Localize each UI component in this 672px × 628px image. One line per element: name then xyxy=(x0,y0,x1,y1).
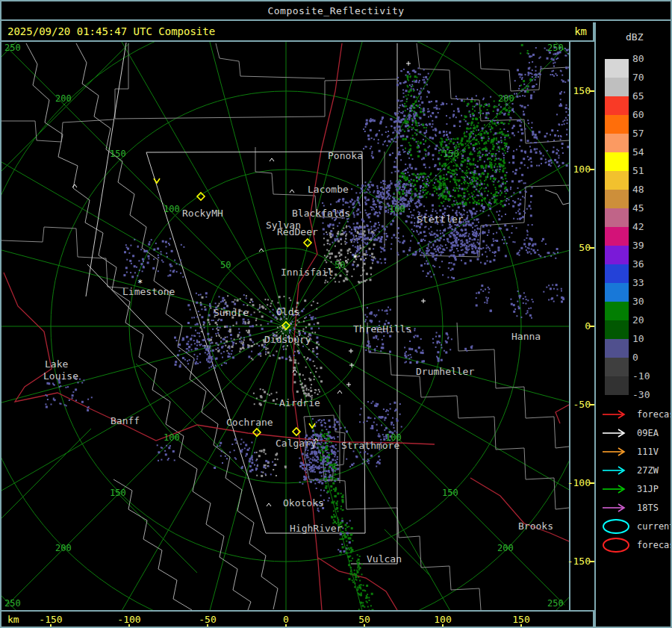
legend-ellipse-row: current xyxy=(600,518,672,535)
precip-cluster xyxy=(348,554,363,588)
ring-distance-label: 250 xyxy=(4,598,21,609)
caret-marker-icon xyxy=(72,184,77,187)
legend-label: 18TS xyxy=(637,503,659,513)
dbz-scale-label: 42 xyxy=(632,222,644,232)
dbz-scale-label: 51 xyxy=(632,166,644,176)
highway-road xyxy=(556,405,569,423)
precip-cluster xyxy=(214,438,253,469)
legend-label: 09EA xyxy=(637,428,659,438)
09EA-arrow-icon xyxy=(600,427,630,439)
radar-map-canvas: 2502001501005050100150200250100150200250… xyxy=(1,42,569,610)
city-label-airdrie: Airdrie xyxy=(279,397,320,408)
range-spoke xyxy=(286,326,569,523)
dbz-scale-label: 57 xyxy=(632,128,644,139)
dbz-scale-block-60 xyxy=(605,115,629,134)
dbz-scale-block-65 xyxy=(605,96,629,115)
legend-label: 31JP xyxy=(637,484,659,494)
ring-distance-label: 100 xyxy=(389,204,405,214)
dbz-scale-block-57 xyxy=(605,134,629,152)
dbz-scale-label: 54 xyxy=(632,147,644,158)
bottom-distance-axis: km -150-100-50050100150 xyxy=(1,610,594,628)
current-ellipse-icon xyxy=(600,518,630,535)
county-boundary xyxy=(216,43,325,78)
dbz-scale-label: 10 xyxy=(632,334,644,344)
ring-distance-label: 200 xyxy=(55,93,72,104)
precip-cluster xyxy=(514,69,537,97)
star-marker-icon: * xyxy=(137,278,143,288)
right-axis-unit-label: km xyxy=(574,25,587,37)
bottom-axis-tick xyxy=(520,624,522,628)
precip-cluster xyxy=(363,116,402,158)
dbz-colorscale-panel: dBZ 807065605754514845423936333020100-10… xyxy=(594,22,672,628)
county-boundary xyxy=(115,43,397,119)
dbz-scale-label: 36 xyxy=(632,259,644,270)
bottom-axis-tick xyxy=(207,624,208,628)
precip-cluster xyxy=(520,44,529,55)
precip-cluster xyxy=(157,444,175,461)
radar-app-window: Composite_Reflectivity 2025/09/20 01:45:… xyxy=(0,0,672,628)
city-label-threehills: ThreeHills xyxy=(353,323,411,335)
legend-arrow-row: 31JP xyxy=(600,481,672,497)
legend-arrow-row: 27ZW xyxy=(600,462,672,479)
city-label-vulcan: Vulcan xyxy=(367,553,402,565)
dbz-scale-label: 48 xyxy=(632,184,644,195)
dbz-scale-block-45 xyxy=(605,208,629,227)
dbz-scale-block-70 xyxy=(605,78,629,96)
city-label-louise: Louise xyxy=(43,370,78,382)
precip-cluster xyxy=(123,238,184,279)
111V-arrow-icon xyxy=(600,446,630,458)
dbz-scale-block-80 xyxy=(605,59,629,78)
right-distance-axis: 150100500-50-100-150 xyxy=(569,42,594,610)
precip-cluster xyxy=(464,100,511,145)
bottom-axis-tick-label: -150 xyxy=(39,614,62,625)
bottom-axis-tick xyxy=(128,624,130,628)
range-spoke xyxy=(184,42,286,326)
bottom-axis-tick-label: 100 xyxy=(434,614,451,625)
city-label-innisfail: Innisfail xyxy=(281,267,333,278)
city-label-drumheller: Drumheller xyxy=(416,366,474,377)
dbz-scale-block-30 xyxy=(605,302,629,320)
27ZW-arrow-icon xyxy=(600,464,630,476)
city-label-strathmore: Strathmore xyxy=(341,440,399,451)
city-label-olds: Olds xyxy=(276,306,299,317)
dbz-scale-title: dBZ xyxy=(626,31,643,43)
bottom-axis-tick-label: -100 xyxy=(117,614,140,625)
dbz-scale-label: 65 xyxy=(632,91,644,102)
dbz-scale-block-10 xyxy=(605,339,629,358)
31JP-arrow-icon xyxy=(600,483,630,495)
caret-marker-icon xyxy=(259,249,264,252)
dbz-scale-block-42 xyxy=(605,227,629,246)
right-axis-tick-label: -100 xyxy=(567,478,591,488)
precip-cluster xyxy=(543,284,564,302)
precip-cluster xyxy=(556,91,569,125)
right-axis-tick-label: -50 xyxy=(573,400,591,410)
plus-marker-icon xyxy=(346,382,351,387)
precip-cluster xyxy=(524,237,559,259)
precip-cluster xyxy=(402,105,426,158)
caret-marker-icon xyxy=(337,391,342,394)
precip-cluster xyxy=(359,401,401,427)
city-label-hanna: Hanna xyxy=(511,331,541,342)
city-label-highriver: HighRiver xyxy=(290,523,343,534)
dbz-scale-block-51 xyxy=(605,171,629,190)
dbz-scale-label: 20 xyxy=(632,315,644,326)
right-axis-tick-label: 150 xyxy=(573,86,591,96)
precip-cluster xyxy=(510,290,533,319)
ring-distance-label: 200 xyxy=(55,543,72,553)
graticule-line xyxy=(1,429,91,518)
bottom-axis-tick-label: -50 xyxy=(199,614,216,625)
dbz-scale-label: -10 xyxy=(632,371,650,382)
bottom-axis-tick-label: 50 xyxy=(358,614,370,625)
ring-distance-label: 100 xyxy=(164,432,180,443)
ring-distance-label: 150 xyxy=(110,488,126,498)
plus-marker-icon xyxy=(421,299,426,303)
ring-distance-label: 250 xyxy=(547,598,564,609)
star-marker-icon: * xyxy=(352,252,358,263)
dbz-scale-block-0 xyxy=(605,358,629,376)
bottom-axis-tick xyxy=(442,624,444,628)
caret-marker-icon xyxy=(270,158,274,161)
precip-cluster xyxy=(346,448,381,467)
ring-distance-label: 150 xyxy=(110,149,126,159)
precip-cluster xyxy=(532,129,569,168)
city-label-cochrane: Cochrane xyxy=(226,417,273,428)
